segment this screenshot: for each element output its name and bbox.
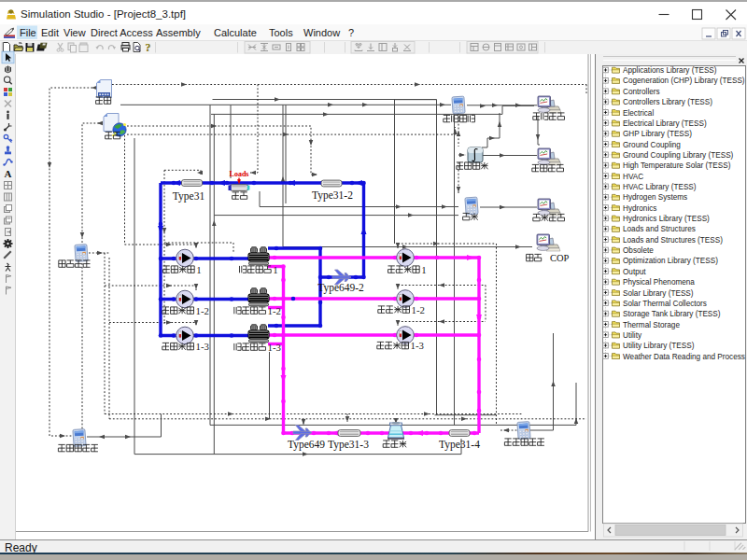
svg-text:Hydrogen Systems: Hydrogen Systems — [623, 193, 687, 202]
svg-text:View: View — [63, 27, 86, 38]
svg-text:Calculate: Calculate — [214, 27, 257, 38]
svg-text:1-3: 1-3 — [411, 340, 424, 351]
svg-text:Obsolete: Obsolete — [623, 246, 654, 255]
svg-text:Loads and Structures (TESS): Loads and Structures (TESS) — [623, 236, 723, 245]
svg-text:Edit: Edit — [41, 27, 59, 38]
svg-text:File: File — [20, 27, 36, 38]
svg-text:Applications Library (TESS): Applications Library (TESS) — [623, 66, 717, 75]
svg-text:1: 1 — [196, 264, 201, 275]
svg-text:1: 1 — [273, 264, 277, 275]
svg-text:Assembly: Assembly — [156, 27, 201, 38]
svg-text:A: A — [5, 168, 12, 179]
svg-text:?: ? — [348, 27, 354, 38]
svg-text:Cogeneration (CHP) Library (TE: Cogeneration (CHP) Library (TESS) — [623, 77, 745, 85]
svg-text:Simulation Studio - [Project8_: Simulation Studio - [Project8_3.tpf] — [21, 8, 186, 20]
svg-text:Optimization Library (TESS): Optimization Library (TESS) — [623, 257, 718, 265]
svg-text:Solar Thermal Collectors: Solar Thermal Collectors — [623, 300, 707, 308]
svg-text:Loads: Loads — [230, 170, 249, 178]
svg-text:Hydronics Library (TESS): Hydronics Library (TESS) — [623, 215, 710, 223]
svg-text:COP: COP — [550, 253, 570, 263]
svg-text:Ground Coupling Library (TESS): Ground Coupling Library (TESS) — [623, 151, 734, 160]
svg-text:Utility: Utility — [623, 331, 642, 340]
svg-text:1-2: 1-2 — [268, 305, 281, 316]
svg-text:Controllers Library (TESS): Controllers Library (TESS) — [623, 98, 712, 106]
svg-text:1-2: 1-2 — [412, 304, 425, 315]
svg-text:Loads and Structures: Loads and Structures — [623, 225, 696, 233]
svg-text:Type649: Type649 — [288, 439, 325, 451]
svg-text:Controllers: Controllers — [623, 88, 660, 96]
svg-text:Solar Library (TESS): Solar Library (TESS) — [623, 289, 694, 298]
svg-text:Tools: Tools — [269, 27, 293, 38]
svg-text:Window: Window — [303, 27, 340, 38]
svg-text:HVAC Library (TESS): HVAC Library (TESS) — [623, 183, 697, 191]
svg-text:Type31-4: Type31-4 — [439, 439, 480, 451]
svg-text:1-3: 1-3 — [268, 342, 281, 353]
svg-text:Utility Library (TESS): Utility Library (TESS) — [623, 342, 695, 350]
svg-text:1: 1 — [421, 264, 426, 275]
svg-text:High Temperature Solar (TESS): High Temperature Solar (TESS) — [623, 161, 731, 170]
svg-text:Direct Access: Direct Access — [91, 27, 153, 38]
svg-text:Ground Coupling: Ground Coupling — [623, 141, 681, 149]
svg-text:GHP Library (TESS): GHP Library (TESS) — [623, 130, 692, 138]
svg-text:Physical Phenomena: Physical Phenomena — [623, 278, 695, 287]
svg-text:?: ? — [146, 41, 150, 54]
svg-text:Output: Output — [623, 268, 646, 276]
svg-text:1-2: 1-2 — [196, 305, 209, 316]
svg-text:Type31: Type31 — [173, 190, 205, 203]
svg-text:Type31-3: Type31-3 — [328, 439, 369, 451]
svg-text:1-3: 1-3 — [196, 341, 209, 352]
svg-text:Hydronics: Hydronics — [623, 204, 656, 213]
svg-text:Type649-2: Type649-2 — [317, 282, 364, 294]
svg-text:Weather Data Reading and Proce: Weather Data Reading and Process — [623, 353, 745, 361]
svg-text:Storage Tank Library (TESS): Storage Tank Library (TESS) — [623, 310, 721, 318]
svg-text:HVAC: HVAC — [623, 173, 643, 181]
svg-text:Thermal Storage: Thermal Storage — [623, 321, 680, 329]
svg-text:Electrical: Electrical — [623, 109, 654, 118]
svg-text:Type31-2: Type31-2 — [312, 189, 353, 202]
svg-text:Electrical Library (TESS): Electrical Library (TESS) — [623, 119, 707, 128]
